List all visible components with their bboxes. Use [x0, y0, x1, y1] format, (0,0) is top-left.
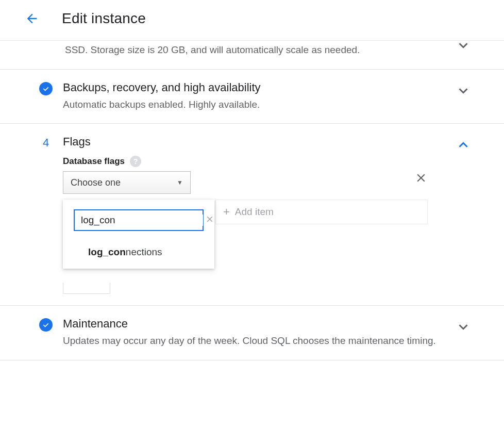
back-arrow-icon[interactable] — [25, 11, 39, 26]
chevron-down-icon[interactable] — [456, 319, 471, 337]
flags-subheading: Database flags — [63, 156, 125, 167]
flag-search-input[interactable] — [74, 209, 204, 231]
option-rest: nections — [126, 246, 162, 257]
dropdown-placeholder: Choose one — [71, 177, 121, 188]
page-header: Edit instance — [0, 0, 504, 41]
flag-dropdown[interactable]: Choose one ▼ — [63, 171, 191, 194]
chevron-down-icon[interactable] — [456, 38, 471, 55]
dropdown-option-log-connections[interactable]: log_connections — [63, 238, 214, 268]
chevron-down-icon[interactable] — [456, 83, 471, 101]
storage-description: SSD. Storage size is 20 GB, and will aut… — [65, 43, 422, 58]
caret-down-icon: ▼ — [177, 179, 183, 186]
page-title: Edit instance — [62, 10, 146, 27]
backups-subtitle: Automatic backups enabled. Highly availa… — [63, 97, 473, 112]
dropdown-panel: log_connections — [63, 200, 214, 269]
flags-title: Flags — [63, 135, 473, 149]
check-circle-icon — [39, 318, 53, 332]
section-storage: SSD. Storage size is 20 GB, and will aut… — [0, 41, 504, 70]
remove-flag-button[interactable] — [414, 171, 428, 187]
maintenance-subtitle: Updates may occur any day of the week. C… — [63, 334, 473, 349]
maintenance-title: Maintenance — [63, 317, 473, 331]
help-icon[interactable]: ? — [130, 156, 141, 167]
option-match: log_con — [88, 246, 126, 257]
chevron-up-icon[interactable] — [456, 137, 471, 155]
section-backups[interactable]: Backups, recovery, and high availability… — [0, 70, 504, 124]
field-stub — [63, 283, 110, 294]
add-item-label: Add item — [235, 206, 274, 218]
section-maintenance[interactable]: Maintenance Updates may occur any day of… — [0, 306, 504, 360]
flag-search-field[interactable] — [81, 215, 203, 226]
step-number: 4 — [39, 136, 53, 150]
add-item-button[interactable]: + Add item — [215, 200, 428, 224]
plus-icon: + — [223, 205, 230, 219]
backups-title: Backups, recovery, and high availability — [63, 81, 473, 94]
section-flags: 4 Flags Database flags ? Choose one ▼ — [0, 124, 504, 306]
check-circle-icon — [39, 82, 53, 95]
clear-icon[interactable] — [203, 215, 216, 226]
